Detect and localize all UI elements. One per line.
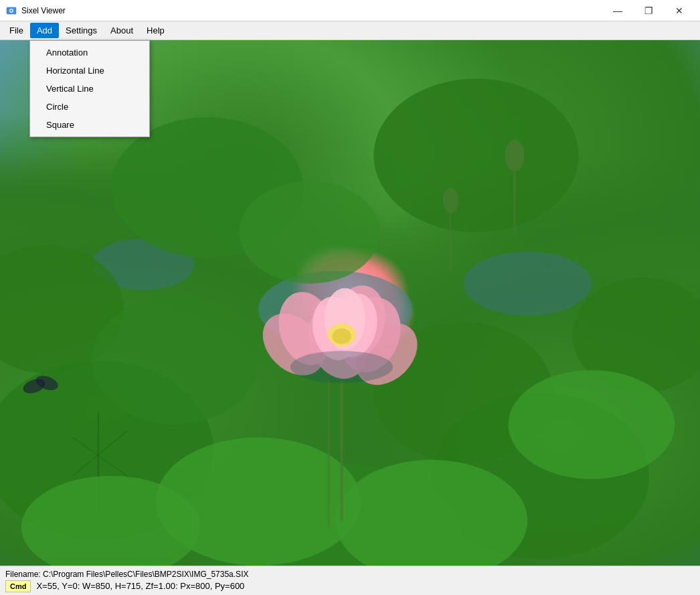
window-title: Sixel Viewer bbox=[21, 6, 602, 15]
window-controls: — ❐ ✕ bbox=[602, 0, 695, 21]
restore-button[interactable]: ❐ bbox=[633, 0, 664, 21]
menu-bar: File Add Settings About Help Annotation … bbox=[0, 21, 700, 40]
svg-point-2 bbox=[11, 9, 13, 11]
status-info: Filename: C:\Program Files\PellesC\Files… bbox=[5, 570, 695, 592]
status-coords: X=55, Y=0: W=850, H=715, Zf=1.00: Px=800… bbox=[36, 581, 244, 591]
dropdown-vertical-line[interactable]: Vertical Line bbox=[30, 80, 149, 98]
dropdown-square[interactable]: Square bbox=[30, 116, 149, 134]
app-icon bbox=[5, 5, 17, 17]
menu-file[interactable]: File bbox=[3, 23, 30, 38]
add-dropdown: Annotation Horizontal Line Vertical Line… bbox=[29, 40, 150, 137]
status-filename: Filename: C:\Program Files\PellesC\Files… bbox=[5, 570, 695, 579]
menu-about[interactable]: About bbox=[104, 23, 140, 38]
menu-help[interactable]: Help bbox=[140, 23, 171, 38]
close-button[interactable]: ✕ bbox=[664, 0, 695, 21]
dropdown-horizontal-line[interactable]: Horizontal Line bbox=[30, 62, 149, 80]
status-row2: Cmd X=55, Y=0: W=850, H=715, Zf=1.00: Px… bbox=[5, 580, 695, 592]
title-bar: Sixel Viewer — ❐ ✕ bbox=[0, 0, 700, 21]
status-bar: Filename: C:\Program Files\PellesC\Files… bbox=[0, 566, 700, 595]
menu-settings[interactable]: Settings bbox=[59, 23, 104, 38]
dropdown-annotation[interactable]: Annotation bbox=[30, 44, 149, 62]
dropdown-circle[interactable]: Circle bbox=[30, 98, 149, 116]
cmd-badge: Cmd bbox=[5, 580, 31, 592]
minimize-button[interactable]: — bbox=[602, 0, 633, 21]
menu-add[interactable]: Add bbox=[30, 23, 59, 38]
